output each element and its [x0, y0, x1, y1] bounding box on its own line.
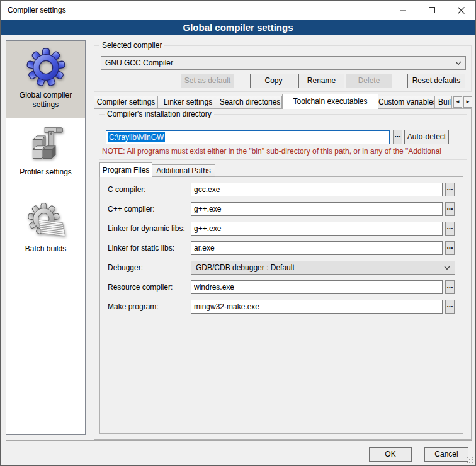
resource-compiler-browse-button[interactable]: ... [445, 280, 455, 294]
directory-browse-button[interactable]: ... [393, 130, 402, 144]
compiler-settings-tabbar: Compiler settings Linker settings Search… [94, 94, 472, 109]
close-icon [458, 7, 465, 14]
arrow-left-icon: ◄ [455, 99, 460, 105]
maximize-icon [429, 7, 435, 13]
cpp-compiler-label: C++ compiler: [108, 205, 155, 213]
minimize-icon [400, 10, 406, 11]
make-program-label: Make program: [108, 302, 159, 311]
tab-scroll-right-button[interactable]: ► [463, 96, 472, 108]
minimize-button[interactable] [388, 1, 417, 20]
compiler-settings-dialog: Compiler settings Global compiler settin… [0, 0, 476, 466]
static-linker-browse-button[interactable]: ... [445, 241, 455, 255]
c-compiler-browse-button[interactable]: ... [445, 183, 455, 196]
tab-additional-paths[interactable]: Additional Paths [152, 164, 215, 177]
make-program-row: Make program: ... [100, 300, 463, 314]
footer-divider [6, 440, 472, 441]
tab-compiler-settings[interactable]: Compiler settings [94, 96, 158, 109]
static-linker-input[interactable] [191, 241, 443, 255]
cpp-compiler-browse-button[interactable]: ... [445, 202, 455, 216]
sidebar-item-label: Profiler settings [20, 168, 72, 177]
program-files-panel: C compiler: ... C++ compiler: ... Linker… [99, 176, 463, 434]
make-program-browse-button[interactable]: ... [445, 300, 455, 314]
batch-builds-icon [26, 202, 65, 241]
cancel-button[interactable]: Cancel [424, 447, 468, 462]
sidebar-item-profiler-settings[interactable]: Profiler settings [6, 118, 85, 195]
set-as-default-button[interactable]: Set as default [181, 74, 234, 88]
chevron-down-icon [455, 60, 462, 66]
profiler-caliper-icon [27, 125, 65, 164]
tab-program-files[interactable]: Program Files [99, 162, 152, 177]
cpp-compiler-input[interactable] [191, 202, 443, 216]
debugger-select[interactable]: GDB/CDB debugger : Default [191, 261, 455, 275]
installation-directory-input[interactable]: C:\raylib\MinGW [106, 130, 390, 144]
tab-linker-settings[interactable]: Linker settings [158, 96, 218, 109]
dynamic-linker-label: Linker for dynamic libs: [108, 224, 185, 233]
debugger-label: Debugger: [108, 263, 143, 272]
dynamic-linker-row: Linker for dynamic libs: ... [100, 222, 463, 236]
close-button[interactable] [446, 1, 475, 20]
bin-subdirectory-note: NOTE: All programs must exist either in … [102, 147, 465, 156]
copy-button[interactable]: Copy [250, 74, 297, 88]
chevron-down-icon [444, 264, 450, 271]
resource-compiler-label: Resource compiler: [108, 283, 173, 292]
titlebar: Compiler settings [1, 1, 475, 20]
selected-compiler-group: Selected compiler GNU GCC Compiler Set a… [94, 45, 472, 92]
arrow-right-icon: ► [465, 99, 470, 105]
program-files-tabbar: Program Files Additional Paths [99, 162, 215, 177]
window-title: Compiler settings [8, 1, 66, 20]
installation-directory-legend: Compiler's installation directory [105, 110, 214, 119]
rename-button[interactable]: Rename [298, 74, 344, 88]
static-linker-row: Linker for static libs: ... [100, 241, 463, 255]
compiler-select[interactable]: GNU GCC Compiler [101, 56, 466, 70]
cpp-compiler-row: C++ compiler: ... [100, 202, 463, 216]
delete-button[interactable]: Delete [346, 74, 392, 88]
make-program-input[interactable] [191, 300, 443, 314]
dynamic-linker-browse-button[interactable]: ... [445, 222, 455, 236]
auto-detect-button[interactable]: Auto-detect [404, 130, 449, 144]
tab-search-directories[interactable]: Search directories [218, 96, 282, 109]
c-compiler-row: C compiler: ... [100, 183, 463, 196]
sidebar-item-label: Global compiler settings [6, 91, 85, 110]
toolchain-executables-panel: Compiler's installation directory C:\ray… [94, 108, 472, 440]
tab-build-options[interactable]: Build options [435, 96, 452, 109]
sidebar-item-global-compiler-settings[interactable]: Global compiler settings [6, 41, 85, 118]
static-linker-label: Linker for static libs: [108, 244, 174, 253]
tab-custom-variables[interactable]: Custom variables [378, 96, 435, 109]
tab-scroll-left-button[interactable]: ◄ [453, 96, 462, 108]
dynamic-linker-input[interactable] [191, 222, 443, 236]
ok-button[interactable]: OK [369, 447, 412, 462]
resource-compiler-input[interactable] [191, 280, 443, 294]
dialog-banner: Global compiler settings [1, 20, 475, 35]
installation-directory-group: Compiler's installation directory C:\ray… [99, 114, 467, 160]
compiler-select-value: GNU GCC Compiler [105, 59, 455, 67]
maximize-button[interactable] [417, 1, 446, 20]
c-compiler-input[interactable] [191, 183, 443, 196]
debugger-select-value: GDB/CDB debugger : Default [196, 263, 444, 272]
settings-category-list: Global compiler settings [6, 40, 86, 435]
tab-toolchain-executables[interactable]: Toolchain executables [282, 94, 378, 109]
installation-directory-value: C:\raylib\MinGW [108, 132, 165, 142]
resize-grip[interactable] [467, 457, 473, 463]
blue-gear-icon [26, 48, 65, 87]
debugger-row: Debugger: GDB/CDB debugger : Default [100, 261, 463, 275]
sidebar-item-label: Batch builds [25, 244, 66, 254]
reset-defaults-button[interactable]: Reset defaults [407, 74, 465, 88]
c-compiler-label: C compiler: [108, 185, 146, 194]
sidebar-item-batch-builds[interactable]: Batch builds [6, 195, 85, 271]
resource-compiler-row: Resource compiler: ... [100, 280, 463, 294]
selected-compiler-legend: Selected compiler [99, 41, 164, 50]
